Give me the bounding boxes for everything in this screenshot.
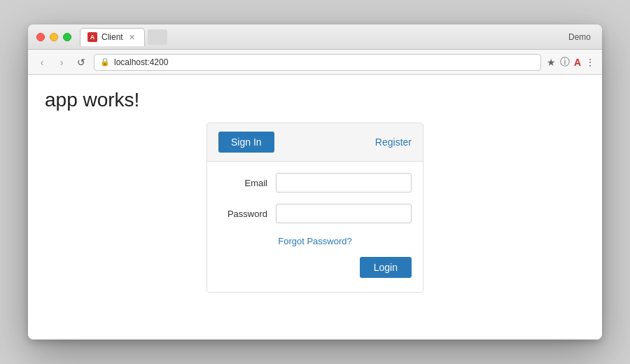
tab-close-icon[interactable]: ✕ bbox=[127, 32, 137, 42]
browser-tab[interactable]: A Client ✕ bbox=[80, 28, 145, 46]
login-row: Login bbox=[218, 257, 412, 278]
bookmark-icon[interactable]: ★ bbox=[547, 57, 556, 68]
register-link[interactable]: Register bbox=[375, 136, 412, 148]
new-tab-button[interactable] bbox=[148, 29, 167, 45]
forward-button[interactable]: › bbox=[55, 55, 69, 69]
traffic-lights bbox=[36, 33, 71, 41]
page-content: app works! Sign In Register Email Passwo… bbox=[28, 75, 602, 340]
email-input[interactable] bbox=[276, 173, 412, 192]
reload-button[interactable]: ↺ bbox=[74, 55, 88, 69]
back-button[interactable]: ‹ bbox=[35, 55, 49, 69]
url-bar[interactable]: 🔒 localhost:4200 bbox=[94, 54, 541, 71]
tab-title: Client bbox=[102, 32, 123, 42]
email-row: Email bbox=[218, 173, 412, 192]
address-bar: ‹ › ↺ 🔒 localhost:4200 ★ ⓘ A ⋮ bbox=[28, 50, 602, 75]
signin-card: Sign In Register Email Password Forgot P… bbox=[206, 122, 424, 293]
signin-tab-button[interactable]: Sign In bbox=[218, 132, 274, 153]
browser-window: A Client ✕ Demo ‹ › ↺ 🔒 localhost:4200 ★… bbox=[28, 24, 602, 340]
minimize-button[interactable] bbox=[50, 33, 58, 41]
account-icon[interactable]: A bbox=[574, 57, 581, 68]
maximize-button[interactable] bbox=[63, 33, 71, 41]
title-bar: A Client ✕ Demo bbox=[28, 24, 602, 50]
forgot-password-row: Forgot Password? bbox=[218, 234, 412, 247]
tab-area: A Client ✕ bbox=[80, 28, 594, 46]
menu-icon[interactable]: ⋮ bbox=[585, 57, 595, 68]
email-label: Email bbox=[218, 178, 267, 188]
window-title: Demo bbox=[568, 32, 591, 42]
close-button[interactable] bbox=[36, 33, 45, 41]
tab-favicon: A bbox=[88, 32, 97, 42]
password-row: Password bbox=[218, 204, 412, 223]
password-input[interactable] bbox=[276, 204, 412, 223]
login-button[interactable]: Login bbox=[360, 257, 412, 278]
page-heading: app works! bbox=[45, 89, 585, 111]
password-label: Password bbox=[218, 209, 267, 219]
signin-form: Email Password Forgot Password? Login bbox=[207, 162, 423, 292]
info-icon[interactable]: ⓘ bbox=[560, 56, 570, 69]
lock-icon: 🔒 bbox=[100, 57, 110, 66]
url-text: localhost:4200 bbox=[114, 57, 535, 67]
toolbar-actions: ★ ⓘ A ⋮ bbox=[547, 56, 595, 69]
forgot-password-link[interactable]: Forgot Password? bbox=[278, 236, 352, 246]
signin-tabs: Sign In Register bbox=[207, 123, 423, 162]
